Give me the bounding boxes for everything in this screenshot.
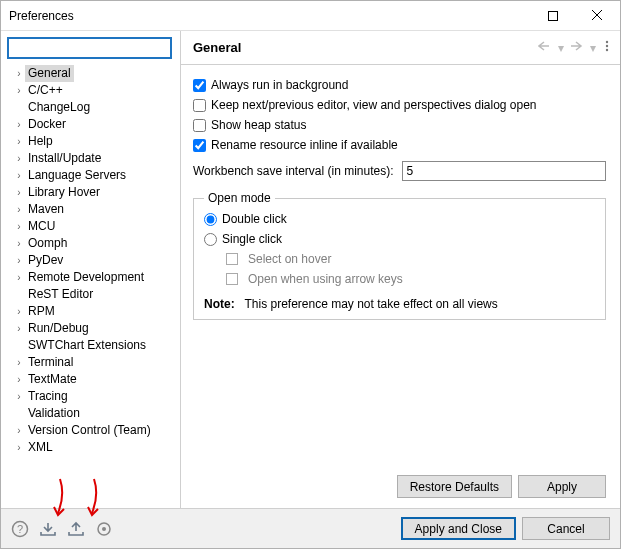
chevron-right-icon[interactable]: › [13,354,25,371]
show-heap-label: Show heap status [211,118,306,132]
chevron-right-icon[interactable]: › [13,422,25,439]
footer-icons: ? [11,520,113,538]
chevron-right-icon[interactable]: › [13,235,25,252]
apply-and-close-button[interactable]: Apply and Close [401,517,516,540]
rename-inline-checkbox[interactable] [193,139,206,152]
chevron-right-icon[interactable]: › [13,150,25,167]
double-click-radio[interactable] [204,213,217,226]
tree-item-label: RPM [25,303,58,320]
tree-item[interactable]: SWTChart Extensions [11,337,178,354]
export-icon[interactable] [67,520,85,538]
chevron-right-icon[interactable]: › [13,82,25,99]
svg-point-10 [102,527,106,531]
tree-item[interactable]: ›Maven [11,201,178,218]
chevron-right-icon[interactable]: › [13,252,25,269]
chevron-right-icon[interactable]: › [13,116,25,133]
open-arrow-keys-checkbox [226,273,238,285]
forward-icon[interactable] [570,40,584,55]
rename-inline-label: Rename resource inline if available [211,138,398,152]
back-icon[interactable] [538,40,552,55]
tree-item[interactable]: ›Docker [11,116,178,133]
keep-editor-checkbox[interactable] [193,99,206,112]
svg-rect-1 [548,11,557,20]
show-heap-row[interactable]: Show heap status [193,115,606,135]
tree-item[interactable]: Validation [11,405,178,422]
tree-item[interactable]: ›Oomph [11,235,178,252]
restore-defaults-button[interactable]: Restore Defaults [397,475,512,498]
chevron-right-icon[interactable]: › [13,439,25,456]
tree-item[interactable]: ›TextMate [11,371,178,388]
tree-item-label: Docker [25,116,69,133]
tree-item-label: Terminal [25,354,76,371]
chevron-right-icon[interactable]: › [13,303,25,320]
tree-item[interactable]: ReST Editor [11,286,178,303]
help-icon[interactable]: ? [11,520,29,538]
svg-point-6 [606,49,608,51]
svg-text:?: ? [17,523,23,535]
tree-item-label: SWTChart Extensions [25,337,149,354]
tree-item[interactable]: ›Library Hover [11,184,178,201]
chevron-right-icon[interactable]: › [13,218,25,235]
tree-item[interactable]: ›Help [11,133,178,150]
chevron-right-icon[interactable]: › [13,201,25,218]
tree-item[interactable]: ChangeLog [11,99,178,116]
cancel-button[interactable]: Cancel [522,517,610,540]
chevron-right-icon[interactable]: › [13,269,25,286]
tree-item[interactable]: ›Install/Update [11,150,178,167]
tree-item[interactable]: ›General [11,65,178,82]
select-on-hover-checkbox [226,253,238,265]
single-click-row[interactable]: Single click [204,229,595,249]
single-click-radio[interactable] [204,233,217,246]
tree-item[interactable]: ›Run/Debug [11,320,178,337]
save-interval-field[interactable] [402,161,606,181]
tree-item[interactable]: ›Version Control (Team) [11,422,178,439]
tree-item-label: TextMate [25,371,80,388]
tree-item-label: MCU [25,218,58,235]
chevron-right-icon[interactable]: › [13,371,25,388]
chevron-right-icon[interactable]: › [13,320,25,337]
oomph-icon[interactable] [95,520,113,538]
tree-item[interactable]: ›Language Servers [11,167,178,184]
import-icon[interactable] [39,520,57,538]
apply-button[interactable]: Apply [518,475,606,498]
always-run-bg-checkbox[interactable] [193,79,206,92]
save-interval-row: Workbench save interval (in minutes): [193,161,606,181]
tree-item-label: Maven [25,201,67,218]
tree-item-label: Oomph [25,235,70,252]
double-click-row[interactable]: Double click [204,209,595,229]
chevron-right-icon[interactable]: › [13,65,25,82]
tree-item-label: Validation [25,405,83,422]
close-button[interactable] [575,1,620,30]
maximize-button[interactable] [530,1,575,30]
tree-item[interactable]: ›MCU [11,218,178,235]
dialog-buttons: Apply and Close Cancel [401,517,610,540]
tree-item[interactable]: ›C/C++ [11,82,178,99]
tree-item[interactable]: ›RPM [11,303,178,320]
svg-point-5 [606,45,608,47]
keep-editor-label: Keep next/previous editor, view and pers… [211,98,537,112]
tree-item[interactable]: ›XML [11,439,178,456]
menu-icon[interactable] [602,40,612,55]
page-title: General [193,40,538,55]
svg-point-4 [606,41,608,43]
chevron-right-icon[interactable]: › [13,388,25,405]
rename-inline-row[interactable]: Rename resource inline if available [193,135,606,155]
tree-item-label: ChangeLog [25,99,93,116]
preferences-tree[interactable]: ›General›C/C++ChangeLog›Docker›Help›Inst… [5,65,178,506]
show-heap-checkbox[interactable] [193,119,206,132]
tree-item[interactable]: ›PyDev [11,252,178,269]
chevron-right-icon[interactable]: › [13,167,25,184]
tree-item[interactable]: ›Tracing [11,388,178,405]
always-run-bg-row[interactable]: Always run in background [193,75,606,95]
tree-item[interactable]: ›Terminal [11,354,178,371]
filter-input[interactable] [7,37,172,59]
tree-item-label: Help [25,133,56,150]
tree-item-label: General [25,65,74,82]
keep-editor-row[interactable]: Keep next/previous editor, view and pers… [193,95,606,115]
tree-item[interactable]: ›Remote Development [11,269,178,286]
minimize-button[interactable] [485,1,530,30]
save-interval-label: Workbench save interval (in minutes): [193,164,394,178]
chevron-right-icon[interactable]: › [13,133,25,150]
chevron-right-icon[interactable]: › [13,184,25,201]
tree-item-label: PyDev [25,252,66,269]
